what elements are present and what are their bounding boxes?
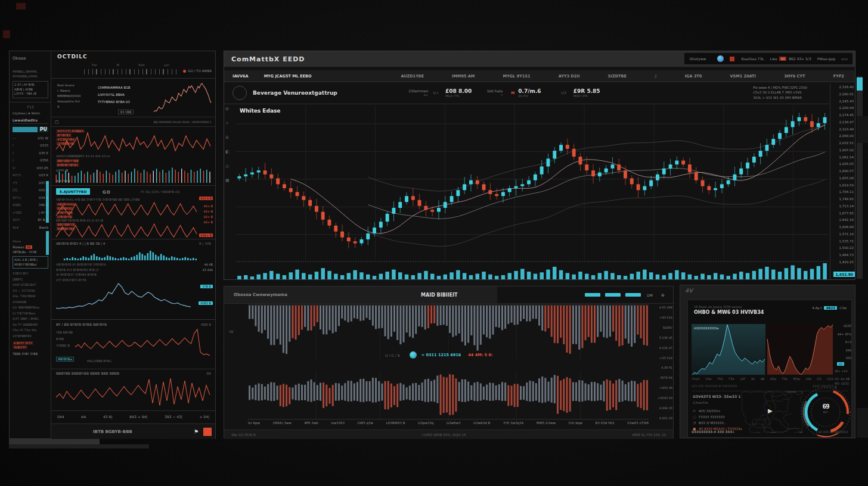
watchlist-row[interactable]: I 0333 <box>13 142 48 149</box>
topbar-item[interactable]: una <box>841 57 848 61</box>
watchlist-key: 43B1 <box>13 201 21 209</box>
last-price-tag: 1,452.80 <box>833 272 855 277</box>
rail-red-row[interactable]: 4 BYYY 3YYY <box>13 341 33 345</box>
record-button[interactable] <box>203 428 212 436</box>
topbar-item[interactable]: PWaa-gag <box>817 57 835 61</box>
tool-icon[interactable]: ◎ <box>225 164 230 169</box>
oscillator-badge: 43+4 B <box>199 197 213 200</box>
menubar-item[interactable]: FYF2 <box>833 74 844 79</box>
menubar-item[interactable]: MYG JCAG5T ML EEBO <box>264 74 312 79</box>
x-tick: T3b <box>782 377 788 381</box>
momentum-badge[interactable]: MBYBYBw <box>56 357 74 362</box>
signal-badge[interactable]: BYBYBYYBYB3 <box>56 163 79 167</box>
tool-icon[interactable]: ◧ <box>225 149 230 154</box>
watchlist-row[interactable]: +YB3 | 4Y B <box>13 209 48 217</box>
legend-pill[interactable] <box>625 293 641 297</box>
price-tick: 1,855.08 <box>830 176 854 180</box>
tick-label: Rwh <box>138 63 145 67</box>
x-tick: V3w <box>705 377 712 381</box>
watchlist-row[interactable]: 4L4 Bweb <box>13 224 48 232</box>
axis-tick: 4.39 61 <box>650 366 672 369</box>
menubar-item[interactable]: IAVV6A <box>232 74 249 79</box>
menubar-item[interactable]: MYGL 9Y1S1 <box>503 74 531 79</box>
notification-icon[interactable] <box>717 55 724 62</box>
note-left: L63 333 3643343 B 33433334 <box>692 384 737 388</box>
watchlist-row[interactable]: O 033 Z5 <box>13 164 48 172</box>
topbar-item[interactable]: BaaiGaa 73L <box>742 57 764 61</box>
rail-box2[interactable]: ALYL 4 B | BYB |MYBYYYBYBBal <box>13 256 48 269</box>
timeframe-button[interactable]: 4B23 <box>824 306 837 310</box>
menubar-item[interactable]: AYY3 D2U <box>559 74 580 79</box>
insight-bottom-left: U33333333-4 333 333+ <box>692 430 735 434</box>
tool-icon[interactable]: + <box>225 121 230 126</box>
signal-badge[interactable]: BBYYBBYYYBB <box>56 159 79 163</box>
menubar-item[interactable]: ◊ <box>655 74 656 79</box>
watchlist-row[interactable]: [3] 031 A <box>13 186 48 194</box>
checkbox-icon[interactable]: ▢ <box>55 120 59 124</box>
tool-icon[interactable]: ≣ <box>225 135 230 140</box>
summary-value: TYTYBRAD BYBA 03 <box>98 98 151 105</box>
sidebar-panel-volatility: BBBYBB BBBBY-BB BBBB BBB BBBB BB <box>51 369 215 409</box>
signal-badge[interactable]: AYYY-CYY,RYBBEA <box>56 129 85 133</box>
oscillator-values: 43+ B43+ B43+ B43+ B <box>203 204 213 225</box>
momentum-sub: M4LLYBBB BYBG <box>87 359 111 363</box>
signal-badge[interactable]: LYYBYBYYB <box>56 142 75 145</box>
rail-tab[interactable]: F13 <box>13 105 48 109</box>
menubar-item[interactable]: IGA 3T0 <box>685 74 702 79</box>
momentum-label: BYBB <box>56 336 73 342</box>
depth-row: 4Y BYBYB3Y 3YBYB4 BYBYB <box>56 272 193 278</box>
watchlist-row[interactable]: -YY 03Y B <box>13 179 48 187</box>
flag-icon[interactable]: ⚑ <box>194 429 199 435</box>
candlestick-chart[interactable] <box>236 105 828 259</box>
menubar-item[interactable]: IMM95 AM <box>452 74 475 79</box>
row-icon: ◔ <box>693 420 699 426</box>
chart-area[interactable]: ⊞+≣◧◎▦ Whites Edase <box>224 104 829 281</box>
insight-bottom-row: U33333333-4 333 333+ | 43 333 43333433(3 <box>692 430 848 434</box>
axis-tick: +35 014 <box>650 356 672 360</box>
menubar-item[interactable]: AUZD1Y8E <box>401 74 423 79</box>
legend-pill[interactable] <box>585 293 600 297</box>
price-axis-labels: 2,316.402,280.912,245.432,209.942,174.45… <box>830 84 855 264</box>
rail-source[interactable]: Czyzbaa | ⊕ Nzdm <box>13 111 48 115</box>
watchlist-row[interactable]: 4YY+ 034 B <box>13 194 48 202</box>
menubar-item[interactable]: 3HY6 CYT <box>784 74 805 79</box>
topbar-item[interactable]: 862 43+ 5/3 <box>789 57 811 61</box>
watchlist-row[interactable]: | 0356 <box>13 157 48 164</box>
watchlist-value: 033 Z5 <box>36 164 48 172</box>
scrollbar-thumb[interactable] <box>857 77 863 91</box>
watchlist-row[interactable]: I 035 E <box>13 149 48 157</box>
signal-badge[interactable]: 4YCBYYYB4 <box>56 138 75 141</box>
watchlist-row[interactable]: 3LYY BY B.B <box>13 216 48 224</box>
oscillator-labels: ABYBYYAAGBYBYBYB34YBYYYB4LYBYBYYB <box>56 202 76 219</box>
menubar-item[interactable]: VSM1 20ATI <box>730 74 755 79</box>
depth-badge2[interactable]: 4YB3 B <box>199 301 213 305</box>
topbar-item[interactable]: Lwa <box>770 57 777 61</box>
price-tick: 1,784.11 <box>830 190 854 194</box>
watchlist-highlight-row[interactable]: PU <box>13 126 48 133</box>
tool-icon[interactable]: ▦ <box>225 178 230 183</box>
primary-action-button[interactable]: E.AJUNTTYBD <box>56 188 90 195</box>
axis-tick: 44+ 45% <box>835 332 851 336</box>
alert-icon[interactable] <box>730 57 734 61</box>
price-tick: 2,245.43 <box>830 99 854 103</box>
sidebar-title: OCTDILC <box>57 54 88 60</box>
ctrl-after[interactable]: C3w <box>839 306 847 310</box>
signal-badge[interactable]: BYYBYB3 <box>56 133 72 137</box>
depth-title: ABYBYB BYB3 4 | | B BB 3B | 4 <box>56 242 105 245</box>
watchlist-row[interactable]: — 031 W <box>13 135 48 142</box>
shield-icon[interactable]: ◈ <box>661 292 665 298</box>
summary-badge[interactable]: E3 VBB <box>118 110 134 114</box>
watchlist-row[interactable]: 43B1 34K B <box>13 201 48 209</box>
macd-left-title: Obosoa Cwowwymama <box>234 292 287 297</box>
menubar-item[interactable]: SIZDTBE <box>608 74 627 79</box>
watchlist-row[interactable]: 4YY3 033 K <box>13 172 48 179</box>
price-tick: 1,464.73 <box>830 253 854 257</box>
legend-pill[interactable] <box>605 293 621 297</box>
watchlist-value: 0333 <box>40 142 48 149</box>
depth-badge[interactable]: 3YB B <box>200 285 213 288</box>
rail-red-row[interactable]: 3LBLY3Y <box>13 345 27 349</box>
main-scrollbar[interactable] <box>857 76 863 279</box>
tool-icon[interactable]: ⊞ <box>225 107 230 111</box>
play-button[interactable]: ▶ <box>768 407 773 414</box>
go-button[interactable]: GO <box>103 190 111 195</box>
